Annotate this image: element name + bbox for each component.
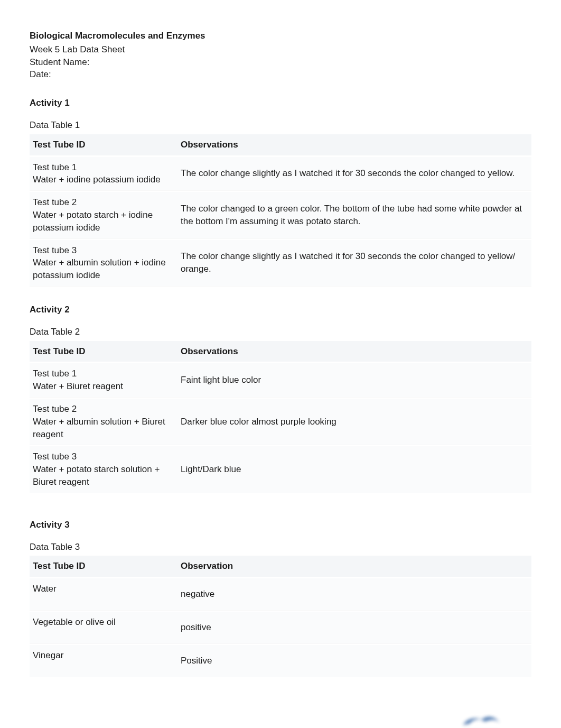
activity-1-heading: Activity 1 bbox=[30, 97, 531, 109]
col-test-tube-id: Test Tube ID bbox=[30, 341, 177, 362]
cell-test-tube-id: Test tube 2Water + potato starch + iodin… bbox=[30, 192, 177, 238]
cell-observation: The color changed to a green color. The … bbox=[177, 192, 531, 238]
cell-observation: The color change slightly as I watched i… bbox=[177, 240, 531, 286]
doc-title: Biological Macromolecules and Enzymes bbox=[30, 30, 531, 42]
activity-2-heading: Activity 2 bbox=[30, 303, 531, 316]
col-observation: Observation bbox=[177, 556, 531, 577]
cell-observation: Darker blue color almost purple looking bbox=[177, 399, 531, 445]
cell-test-tube-id: Test tube 1Water + Biuret reagent bbox=[30, 363, 177, 397]
data-table-2: Test Tube ID Observations Test tube 1Wat… bbox=[30, 339, 531, 494]
col-test-tube-id: Test Tube ID bbox=[30, 134, 177, 155]
table-row: Test tube 1Water + iodine potassium iodi… bbox=[30, 157, 531, 191]
table-row: Test tube 3Water + potato starch solutio… bbox=[30, 446, 531, 492]
table-row: Test tube 1Water + Biuret reagent Faint … bbox=[30, 363, 531, 397]
doc-header: Biological Macromolecules and Enzymes We… bbox=[30, 30, 531, 81]
table-row: Test tube 2Water + albumin solution + Bi… bbox=[30, 399, 531, 445]
cell-test-tube-id: Test tube 1Water + iodine potassium iodi… bbox=[30, 157, 177, 191]
col-observations: Observations bbox=[177, 341, 531, 362]
cell-observation: positive bbox=[177, 612, 531, 643]
cell-test-tube-id: Test tube 3Water + albumin solution + io… bbox=[30, 240, 177, 286]
date-label: Date: bbox=[30, 68, 531, 81]
table-header-row: Test Tube ID Observation bbox=[30, 556, 531, 577]
data-table-2-caption: Data Table 2 bbox=[30, 326, 531, 338]
cell-observation: The color change slightly as I watched i… bbox=[177, 157, 531, 191]
cell-observation: Positive bbox=[177, 645, 531, 677]
cell-observation: Faint light blue color bbox=[177, 363, 531, 397]
table-row: Test tube 3Water + albumin solution + io… bbox=[30, 240, 531, 286]
data-table-3: Test Tube ID Observation Water negative … bbox=[30, 554, 531, 678]
table-row: Test tube 2Water + potato starch + iodin… bbox=[30, 192, 531, 238]
data-table-3-caption: Data Table 3 bbox=[30, 541, 531, 554]
cell-observation: negative bbox=[177, 578, 531, 610]
cell-test-tube-id: Vinegar bbox=[30, 645, 177, 677]
table-header-row: Test Tube ID Observations bbox=[30, 341, 531, 362]
table-row: Water negative bbox=[30, 578, 531, 610]
doc-subtitle: Week 5 Lab Data Sheet bbox=[30, 43, 531, 56]
cell-test-tube-id: Vegetable or olive oil bbox=[30, 612, 177, 643]
student-name-label: Student Name: bbox=[30, 56, 531, 69]
data-table-1-caption: Data Table 1 bbox=[30, 119, 531, 132]
cell-test-tube-id: Test tube 3Water + potato starch solutio… bbox=[30, 446, 177, 492]
data-table-1: Test Tube ID Observations Test tube 1Wat… bbox=[30, 133, 531, 288]
col-test-tube-id: Test Tube ID bbox=[30, 556, 177, 577]
col-observations: Observations bbox=[177, 134, 531, 155]
table-header-row: Test Tube ID Observations bbox=[30, 134, 531, 155]
cell-test-tube-id: Water bbox=[30, 578, 177, 610]
table-row: Vinegar Positive bbox=[30, 645, 531, 677]
activity-3-heading: Activity 3 bbox=[30, 519, 531, 531]
cell-observation: Light/Dark blue bbox=[177, 446, 531, 492]
cell-test-tube-id: Test tube 2Water + albumin solution + Bi… bbox=[30, 399, 177, 445]
logo bbox=[30, 710, 531, 728]
logo-icon bbox=[452, 710, 510, 728]
table-row: Vegetable or olive oil positive bbox=[30, 612, 531, 643]
